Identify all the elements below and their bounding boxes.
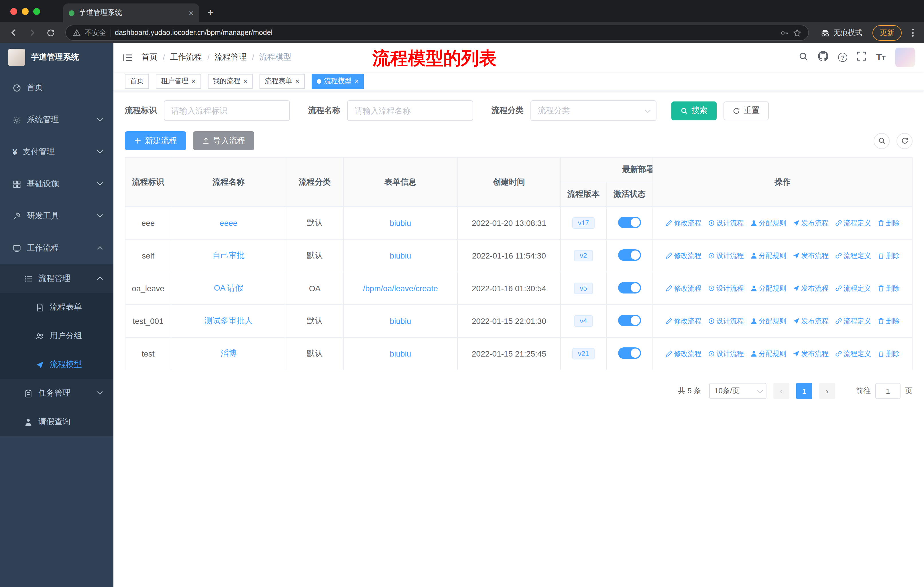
browser-menu-button[interactable] bbox=[908, 29, 918, 37]
tag-tenant[interactable]: 租户管理 × bbox=[156, 74, 201, 89]
process-definition-action[interactable]: 流程定义 bbox=[835, 349, 871, 359]
new-tab-button[interactable]: + bbox=[200, 6, 214, 22]
delete-process-action[interactable]: 删除 bbox=[877, 283, 900, 293]
assign-rule-action[interactable]: 分配规则 bbox=[750, 349, 786, 359]
bookmark-star-icon[interactable] bbox=[793, 28, 802, 37]
active-toggle[interactable] bbox=[618, 282, 641, 293]
assign-rule-action[interactable]: 分配规则 bbox=[750, 316, 786, 326]
delete-process-action[interactable]: 删除 bbox=[877, 349, 900, 359]
form-link[interactable]: biubiu bbox=[390, 316, 411, 326]
active-toggle[interactable] bbox=[618, 347, 641, 359]
search-button[interactable] bbox=[799, 51, 808, 63]
help-icon[interactable]: ? bbox=[838, 53, 848, 62]
model-name-link[interactable]: 自己审批 bbox=[213, 251, 244, 260]
publish-process-action[interactable]: 发布流程 bbox=[792, 251, 828, 261]
delete-process-action[interactable]: 删除 bbox=[877, 218, 900, 228]
publish-process-action[interactable]: 发布流程 bbox=[792, 218, 828, 228]
model-name-link[interactable]: OA 请假 bbox=[214, 283, 243, 293]
github-button[interactable] bbox=[818, 51, 828, 64]
sidebar-toggle-button[interactable] bbox=[122, 53, 134, 62]
sidebar-item-infrastructure[interactable]: 基础设施 bbox=[0, 168, 114, 200]
form-link[interactable]: biubiu bbox=[390, 349, 411, 358]
edit-process-action[interactable]: 修改流程 bbox=[665, 349, 701, 359]
breadcrumb-home[interactable]: 首页 bbox=[142, 52, 158, 63]
tag-process-model[interactable]: 流程模型 × bbox=[312, 74, 364, 89]
publish-process-action[interactable]: 发布流程 bbox=[792, 349, 828, 359]
sidebar-item-process-model[interactable]: 流程模型 bbox=[0, 350, 114, 379]
zoom-window-button[interactable] bbox=[33, 8, 40, 15]
next-page-button[interactable]: › bbox=[819, 383, 835, 399]
breadcrumb-workflow[interactable]: 工作流程 bbox=[170, 52, 202, 63]
sidebar-item-home[interactable]: 首页 bbox=[0, 72, 114, 104]
process-id-input[interactable] bbox=[164, 100, 290, 121]
version-tag[interactable]: v5 bbox=[574, 283, 592, 294]
design-process-action[interactable]: 设计流程 bbox=[708, 251, 744, 261]
edit-process-action[interactable]: 修改流程 bbox=[665, 283, 701, 293]
process-definition-action[interactable]: 流程定义 bbox=[835, 283, 871, 293]
edit-process-action[interactable]: 修改流程 bbox=[665, 218, 701, 228]
close-icon[interactable]: × bbox=[295, 78, 299, 85]
edit-process-action[interactable]: 修改流程 bbox=[665, 251, 701, 261]
model-name-link[interactable]: eeee bbox=[220, 218, 238, 228]
close-window-button[interactable] bbox=[10, 8, 17, 15]
active-toggle[interactable] bbox=[618, 217, 641, 228]
url-bar[interactable]: 不安全 dashboard.yudao.iocoder.cn/bpm/manag… bbox=[65, 25, 809, 41]
sidebar-item-payment[interactable]: ¥ 支付管理 bbox=[0, 136, 114, 168]
url-text[interactable]: dashboard.yudao.iocoder.cn/bpm/manager/m… bbox=[115, 29, 776, 37]
model-name-link[interactable]: 滔博 bbox=[221, 349, 237, 358]
active-toggle[interactable] bbox=[618, 314, 641, 326]
tag-process-form[interactable]: 流程表单 × bbox=[259, 74, 304, 89]
close-icon[interactable]: × bbox=[191, 78, 196, 85]
form-link[interactable]: biubiu bbox=[390, 218, 411, 228]
process-name-input[interactable] bbox=[347, 100, 473, 121]
back-button[interactable] bbox=[6, 25, 22, 41]
import-process-button[interactable]: 导入流程 bbox=[193, 131, 254, 150]
browser-tab[interactable]: 芋道管理系统 × bbox=[63, 3, 200, 22]
font-size-button[interactable]: TT bbox=[876, 52, 886, 63]
page-size-select[interactable]: 10条/页 bbox=[709, 383, 766, 399]
version-tag[interactable]: v17 bbox=[572, 217, 595, 229]
publish-process-action[interactable]: 发布流程 bbox=[792, 316, 828, 326]
prev-page-button[interactable]: ‹ bbox=[773, 383, 789, 399]
refresh-table-button[interactable] bbox=[896, 133, 912, 149]
sidebar-item-workflow[interactable]: 工作流程 bbox=[0, 232, 114, 264]
sidebar-item-leave-query[interactable]: 请假查询 bbox=[0, 408, 114, 436]
breadcrumb-process-management[interactable]: 流程管理 bbox=[215, 52, 247, 63]
tab-close-icon[interactable]: × bbox=[188, 8, 194, 18]
fullscreen-button[interactable] bbox=[857, 51, 866, 63]
version-tag[interactable]: v2 bbox=[574, 250, 592, 261]
delete-process-action[interactable]: 删除 bbox=[877, 316, 900, 326]
assign-rule-action[interactable]: 分配规则 bbox=[750, 251, 786, 261]
version-tag[interactable]: v21 bbox=[572, 348, 595, 359]
minimize-window-button[interactable] bbox=[22, 8, 29, 15]
close-icon[interactable]: × bbox=[355, 78, 359, 85]
goto-page-input[interactable] bbox=[875, 383, 901, 399]
sidebar-item-system[interactable]: 系统管理 bbox=[0, 104, 114, 136]
design-process-action[interactable]: 设计流程 bbox=[708, 283, 744, 293]
create-process-button[interactable]: 新建流程 bbox=[125, 131, 186, 150]
show-search-button[interactable] bbox=[874, 133, 889, 149]
sidebar-item-user-group[interactable]: 用户分组 bbox=[0, 322, 114, 350]
password-key-icon[interactable] bbox=[780, 28, 789, 37]
form-link[interactable]: biubiu bbox=[390, 251, 411, 260]
active-toggle[interactable] bbox=[618, 249, 641, 261]
sidebar-item-devtools[interactable]: 研发工具 bbox=[0, 200, 114, 232]
design-process-action[interactable]: 设计流程 bbox=[708, 316, 744, 326]
process-category-select[interactable]: 流程分类 bbox=[530, 100, 657, 121]
assign-rule-action[interactable]: 分配规则 bbox=[750, 218, 786, 228]
design-process-action[interactable]: 设计流程 bbox=[708, 349, 744, 359]
design-process-action[interactable]: 设计流程 bbox=[708, 218, 744, 228]
update-button[interactable]: 更新 bbox=[873, 25, 902, 40]
process-definition-action[interactable]: 流程定义 bbox=[835, 251, 871, 261]
tag-my-process[interactable]: 我的流程 × bbox=[208, 74, 252, 89]
process-definition-action[interactable]: 流程定义 bbox=[835, 218, 871, 228]
reset-button[interactable]: 重置 bbox=[723, 101, 769, 120]
model-name-link[interactable]: 测试多审批人 bbox=[205, 316, 252, 325]
publish-process-action[interactable]: 发布流程 bbox=[792, 283, 828, 293]
sidebar-item-task-management[interactable]: 任务管理 bbox=[0, 379, 114, 408]
delete-process-action[interactable]: 删除 bbox=[877, 251, 900, 261]
close-icon[interactable]: × bbox=[243, 78, 248, 85]
process-definition-action[interactable]: 流程定义 bbox=[835, 316, 871, 326]
version-tag[interactable]: v4 bbox=[574, 315, 592, 327]
user-avatar[interactable] bbox=[895, 48, 915, 67]
